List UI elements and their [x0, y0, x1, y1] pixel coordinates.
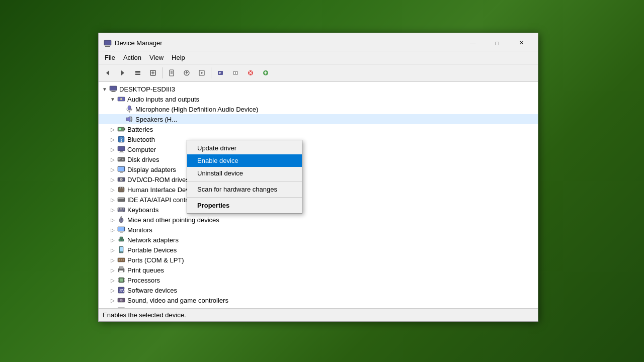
- svg-rect-37: [124, 128, 125, 130]
- expand-bluetooth[interactable]: ▷: [109, 135, 117, 143]
- tree-item-sound[interactable]: ▷ Sound, video and game controllers: [99, 295, 538, 305]
- diskdrive-icon: [117, 155, 126, 164]
- tree-item-keyboards[interactable]: ▷ Keyboards: [99, 205, 538, 215]
- expand-keyboards[interactable]: ▷: [109, 206, 117, 214]
- tree-item-batteries[interactable]: ▷ Batteries: [99, 124, 538, 134]
- expand-computer[interactable]: ▷: [109, 145, 117, 153]
- processors-label: Processors: [127, 277, 160, 284]
- svg-point-70: [121, 217, 122, 218]
- expand-batteries[interactable]: ▷: [109, 125, 117, 133]
- expand-button[interactable]: [146, 66, 160, 80]
- tree-item-computer[interactable]: ▷ Computer: [99, 144, 538, 154]
- content-area: ▼ DESKTOP-ESDIII3 ▼: [99, 82, 538, 308]
- tree-item-diskdrives[interactable]: ▷ Disk drives: [99, 154, 538, 164]
- svg-rect-58: [118, 198, 124, 199]
- tree-item-bluetooth[interactable]: ▷ ᛒ Bluetooth: [99, 134, 538, 144]
- enable-button[interactable]: [213, 66, 227, 80]
- network-label: Network adapters: [127, 236, 179, 244]
- audio-icon: [117, 95, 126, 104]
- tree-item-display[interactable]: ▷ Display adapters: [99, 164, 538, 174]
- svg-rect-85: [119, 266, 123, 269]
- expand-storage[interactable]: ▷: [109, 306, 117, 308]
- ctx-enable-device[interactable]: Enable device: [187, 154, 302, 167]
- svg-point-99: [121, 300, 122, 301]
- tree-item-root[interactable]: ▼ DESKTOP-ESDIII3: [99, 84, 538, 94]
- forward-button[interactable]: [116, 66, 130, 80]
- svg-rect-5: [135, 71, 140, 72]
- tree-item-storage[interactable]: ▷ Storage controllers: [99, 305, 538, 308]
- expand-diskdrives[interactable]: ▷: [109, 155, 117, 163]
- expand-dvd[interactable]: ▷: [109, 175, 117, 184]
- expand-software[interactable]: ▷: [109, 286, 117, 294]
- expand-ports[interactable]: ▷: [109, 256, 117, 264]
- diskdrives-label: Disk drives: [127, 156, 159, 163]
- storage-icon: [117, 306, 126, 308]
- tree-item-print[interactable]: ▷ Print queues: [99, 265, 538, 275]
- device-tree[interactable]: ▼ DESKTOP-ESDIII3 ▼: [99, 82, 538, 308]
- maximize-button[interactable]: □: [486, 37, 509, 50]
- monitors-label: Monitors: [127, 226, 152, 234]
- expand-mice[interactable]: ▷: [109, 216, 117, 224]
- expand-hid[interactable]: ▷: [109, 186, 117, 194]
- expand-ide[interactable]: ▷: [109, 196, 117, 204]
- tree-item-dvd[interactable]: ▷ DVD/CD-ROM drives: [99, 174, 538, 185]
- uninstall-button[interactable]: [244, 66, 258, 80]
- add-legacy-button[interactable]: [259, 66, 273, 80]
- window-icon: [104, 39, 112, 47]
- svg-rect-72: [120, 232, 123, 233]
- svg-rect-43: [119, 152, 124, 152]
- tree-item-portable[interactable]: ▷ Portable Devices: [99, 245, 538, 255]
- svg-rect-6: [135, 72, 140, 73]
- tree-item-mic[interactable]: ▷ Microphone (High Definition Audio Devi…: [99, 104, 538, 114]
- svg-rect-11: [170, 70, 174, 76]
- menu-help[interactable]: Help: [168, 52, 189, 63]
- svg-rect-73: [118, 227, 124, 231]
- disable-button[interactable]: [228, 66, 243, 80]
- menu-action[interactable]: Action: [119, 52, 145, 63]
- expand-network[interactable]: ▷: [109, 236, 117, 244]
- sound-label: Sound, video and game controllers: [127, 297, 228, 304]
- tree-item-software[interactable]: ▷ SW Software devices: [99, 285, 538, 295]
- close-button[interactable]: ✕: [510, 37, 533, 50]
- show-hide-button[interactable]: [131, 66, 145, 80]
- expand-processors[interactable]: ▷: [109, 276, 117, 284]
- scan-hardware-button[interactable]: [195, 66, 209, 80]
- tree-item-processors[interactable]: ▷ Processors: [99, 275, 538, 285]
- expand-portable[interactable]: ▷: [109, 246, 117, 254]
- tree-item-audio[interactable]: ▼ Audio inputs and outputs: [99, 94, 538, 104]
- ctx-properties[interactable]: Properties: [187, 199, 302, 212]
- ctx-scan-hardware[interactable]: Scan for hardware changes: [187, 183, 302, 196]
- svg-rect-66: [123, 210, 124, 211]
- svg-text:SW: SW: [119, 288, 125, 293]
- menu-file[interactable]: File: [101, 52, 119, 63]
- expand-display[interactable]: ▷: [109, 165, 117, 173]
- svg-rect-41: [118, 146, 125, 151]
- ctx-update-driver[interactable]: Update driver: [187, 142, 302, 154]
- ctx-uninstall-device[interactable]: Uninstall device: [187, 167, 302, 179]
- menu-view[interactable]: View: [145, 52, 168, 63]
- tree-item-network[interactable]: ▷ Network adapters: [99, 235, 538, 245]
- minimize-button[interactable]: —: [461, 37, 485, 50]
- expand-root[interactable]: ▼: [101, 85, 109, 93]
- tree-item-hid[interactable]: ▷ Human Interface Devices: [99, 185, 538, 195]
- ports-icon: [117, 255, 126, 264]
- update-driver-button[interactable]: [180, 66, 194, 80]
- tree-item-speakers[interactable]: ▷ Speakers (H...: [99, 114, 538, 124]
- display-label: Display adapters: [127, 166, 176, 173]
- root-label: DESKTOP-ESDIII3: [119, 85, 175, 93]
- back-button[interactable]: [101, 66, 115, 80]
- expand-monitors[interactable]: ▷: [109, 226, 117, 234]
- tree-item-mice[interactable]: ▷ Mice and other pointing devices: [99, 215, 538, 225]
- svg-rect-19: [233, 71, 238, 75]
- svg-rect-46: [118, 158, 121, 159]
- svg-point-45: [122, 158, 124, 160]
- properties-button[interactable]: [165, 66, 179, 80]
- bluetooth-icon: ᛒ: [117, 135, 126, 144]
- expand-print[interactable]: ▷: [109, 266, 117, 274]
- expand-sound[interactable]: ▷: [109, 296, 117, 304]
- sound-icon: [117, 296, 126, 305]
- tree-item-monitors[interactable]: ▷ Monitors: [99, 225, 538, 235]
- expand-audio[interactable]: ▼: [109, 95, 117, 103]
- tree-item-ide[interactable]: ▷ IDE ATA/ATAPI controllers: [99, 195, 538, 205]
- tree-item-ports[interactable]: ▷ Ports (COM & LPT): [99, 255, 538, 265]
